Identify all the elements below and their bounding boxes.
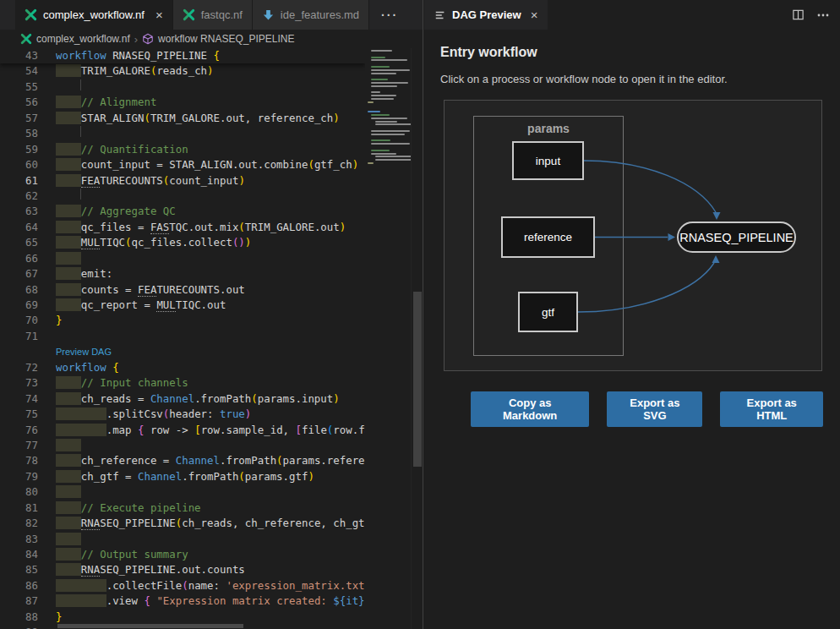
code-line[interactable]: 84 // Output summary <box>0 547 365 562</box>
code-text[interactable]: .map { row -> [row.sample_id, [file(row.… <box>56 423 365 438</box>
line-number[interactable]: 89 <box>0 625 56 629</box>
line-number[interactable]: 60 <box>0 157 56 172</box>
code-line[interactable]: 57 STAR_ALIGN(TRIM_GALORE.out, reference… <box>0 111 365 126</box>
code-line[interactable]: 73 // Input channels <box>0 375 365 391</box>
line-number[interactable]: 54 <box>0 63 56 79</box>
codelens[interactable]: Preview DAG <box>56 344 365 359</box>
code-line[interactable]: 86 .collectFile(name: 'expression_matrix… <box>0 578 365 593</box>
line-number[interactable]: 57 <box>0 111 56 126</box>
line-number[interactable]: 43 <box>0 48 56 63</box>
line-number[interactable]: 59 <box>0 142 56 157</box>
code-line[interactable]: 61 FEATURECOUNTS(count_input) <box>0 173 365 189</box>
line-number[interactable]: 55 <box>0 79 56 95</box>
code-text[interactable]: // Aggregate QC <box>56 204 365 219</box>
dag-node-input[interactable]: input <box>512 141 584 180</box>
vertical-scrollbar[interactable] <box>411 48 423 629</box>
code-area[interactable]: 43workflow RNASEQ_PIPELINE { 54 TRIM_GAL… <box>0 48 365 629</box>
code-text[interactable] <box>56 532 365 547</box>
copy-as-markdown-button[interactable]: Copy as Markdown <box>471 391 589 427</box>
code-line[interactable]: 87 .view { "Expression matrix created: $… <box>0 593 365 609</box>
export-as-svg-button[interactable]: Export as SVG <box>607 391 702 427</box>
sticky-scroll-line[interactable]: 43workflow RNASEQ_PIPELINE { <box>0 48 365 63</box>
code-text[interactable]: RNASEQ_PIPELINE(ch_reads, ch_reference, … <box>56 516 365 531</box>
code-line[interactable]: 58 <box>0 126 365 141</box>
code-text[interactable]: // Quantification <box>56 142 365 157</box>
line-number[interactable] <box>0 344 56 359</box>
line-number[interactable]: 78 <box>0 453 56 468</box>
line-number[interactable]: 72 <box>0 360 56 375</box>
line-number[interactable]: 74 <box>0 391 56 407</box>
line-number[interactable]: 81 <box>0 500 56 516</box>
line-number[interactable]: 69 <box>0 298 56 313</box>
dag-node-reference[interactable]: reference <box>501 216 595 258</box>
close-icon[interactable]: × <box>155 8 163 21</box>
horizontal-scrollbar[interactable] <box>57 624 243 628</box>
line-number[interactable]: 84 <box>0 547 56 562</box>
line-number[interactable]: 76 <box>0 423 56 438</box>
code-text[interactable]: ch_gtf = Channel.fromPath(params.gtf) <box>56 469 365 484</box>
code-line[interactable]: 43workflow RNASEQ_PIPELINE { <box>0 48 365 63</box>
code-line[interactable]: 81 // Execute pipeline <box>0 500 365 516</box>
more-actions-icon[interactable] <box>816 8 830 22</box>
line-number[interactable]: 63 <box>0 204 56 219</box>
tab-complex-workflow[interactable]: complex_workflow.nf × <box>15 0 173 30</box>
line-number[interactable]: 65 <box>0 235 56 250</box>
code-text[interactable]: emit: <box>56 266 365 282</box>
code-line[interactable]: 71 <box>0 329 365 344</box>
tab-fastqc[interactable]: fastqc.nf <box>173 0 253 30</box>
code-text[interactable]: RNASEQ_PIPELINE.out.counts <box>56 562 365 577</box>
line-number[interactable]: 77 <box>0 438 56 453</box>
line-number[interactable]: 58 <box>0 126 56 141</box>
line-number[interactable]: 75 <box>0 407 56 422</box>
code-line[interactable]: 82 RNASEQ_PIPELINE(ch_reads, ch_referenc… <box>0 516 365 531</box>
line-number[interactable]: 68 <box>0 282 56 298</box>
code-text[interactable] <box>56 126 365 141</box>
code-text[interactable] <box>56 484 365 500</box>
code-line[interactable]: 83 <box>0 532 365 547</box>
code-lines[interactable]: 54 TRIM_GALORE(reads_ch)5556 // Alignmen… <box>0 63 365 629</box>
line-number[interactable]: 62 <box>0 189 56 204</box>
code-text[interactable]: workflow RNASEQ_PIPELINE { <box>56 48 365 63</box>
line-number[interactable]: 88 <box>0 610 56 625</box>
line-number[interactable]: 85 <box>0 562 56 577</box>
code-text[interactable]: } <box>56 610 365 625</box>
codelens-preview-dag-link[interactable]: Preview DAG <box>56 347 112 357</box>
code-line[interactable]: 55 <box>0 79 365 95</box>
code-line[interactable]: 79 ch_gtf = Channel.fromPath(params.gtf) <box>0 469 365 484</box>
code-text[interactable]: workflow { <box>56 360 365 375</box>
code-text[interactable]: } <box>56 313 365 328</box>
line-number[interactable]: 70 <box>0 313 56 328</box>
code-line[interactable]: 62 <box>0 189 365 204</box>
code-text[interactable]: // Input channels <box>56 375 365 391</box>
code-line[interactable]: 66 <box>0 251 365 266</box>
code-line[interactable]: 77 <box>0 438 365 453</box>
code-text[interactable]: TRIM_GALORE(reads_ch) <box>56 63 365 79</box>
tab-ide-features[interactable]: ide_features.md <box>253 0 369 30</box>
code-text[interactable]: FEATURECOUNTS(count_input) <box>56 173 365 189</box>
code-text[interactable]: MULTIQC(qc_files.collect()) <box>56 235 365 250</box>
code-text[interactable]: ch_reads = Channel.fromPath(params.input… <box>56 391 365 407</box>
code-line[interactable]: 65 MULTIQC(qc_files.collect()) <box>0 235 365 250</box>
code-text[interactable]: // Execute pipeline <box>56 500 365 516</box>
line-number[interactable]: 87 <box>0 593 56 609</box>
breadcrumb-file[interactable]: complex_workflow.nf <box>36 33 130 45</box>
code-line[interactable]: 72workflow { <box>0 360 365 375</box>
code-text[interactable]: qc_report = MULTIQC.out <box>56 298 365 313</box>
code-text[interactable]: .collectFile(name: 'expression_matrix.tx… <box>56 578 365 593</box>
dag-node-rnaseq-pipeline[interactable]: RNASEQ_PIPELINE <box>677 222 796 253</box>
line-number[interactable]: 67 <box>0 266 56 282</box>
code-text[interactable] <box>56 438 365 453</box>
code-line[interactable]: 54 TRIM_GALORE(reads_ch) <box>0 63 365 79</box>
code-text[interactable]: .view { "Expression matrix created: ${it… <box>56 593 365 609</box>
code-text[interactable]: .splitCsv(header: true) <box>56 407 365 422</box>
code-text[interactable] <box>56 189 365 204</box>
code-line[interactable]: 74 ch_reads = Channel.fromPath(params.in… <box>0 391 365 407</box>
code-line[interactable]: Preview DAG <box>0 344 365 359</box>
code-text[interactable]: counts = FEATURECOUNTS.out <box>56 282 365 298</box>
code-line[interactable]: 75 .splitCsv(header: true) <box>0 407 365 422</box>
export-as-html-button[interactable]: Export as HTML <box>720 391 823 427</box>
line-number[interactable]: 82 <box>0 516 56 531</box>
code-line[interactable]: 59 // Quantification <box>0 142 365 157</box>
line-number[interactable]: 64 <box>0 220 56 235</box>
line-number[interactable]: 61 <box>0 173 56 189</box>
